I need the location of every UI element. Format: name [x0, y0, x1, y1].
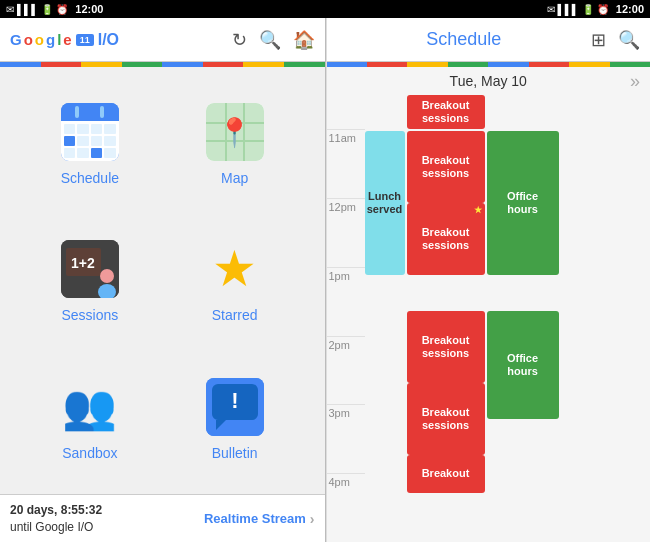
- event-label: Breakoutsessions: [422, 99, 470, 125]
- battery-icon-right: 🔋: [582, 4, 594, 15]
- right-topbar-icons: ⊞ 🔍: [591, 29, 640, 51]
- app-sessions[interactable]: 1+2 Sessions: [20, 214, 160, 346]
- search-icon-left[interactable]: 🔍: [259, 29, 281, 51]
- realtime-arrow-icon: ›: [310, 511, 315, 527]
- schedule-label: Schedule: [61, 170, 119, 186]
- event-breakout-4[interactable]: Breakoutsessions: [407, 311, 485, 383]
- event-label: Breakoutsessions: [422, 154, 470, 180]
- event-label: Breakout: [422, 467, 470, 480]
- time-slot-before: [327, 95, 365, 129]
- date-header: Tue, May 10: [450, 73, 527, 89]
- event-breakout-3[interactable]: Breakoutsessions: [407, 203, 485, 275]
- app-bulletin[interactable]: ! Bulletin: [165, 352, 305, 484]
- clock-icon-right: ⏰: [597, 4, 609, 15]
- svg-point-8: [100, 269, 114, 283]
- signal-icon-right: ▌▌▌: [558, 4, 579, 15]
- time-slot-4pm: 4pm: [327, 473, 365, 542]
- app-logo: G o o g l e 11 I/O: [10, 31, 119, 49]
- svg-text:1+2: 1+2: [71, 255, 95, 271]
- event-breakout-5[interactable]: Breakoutsessions: [407, 383, 485, 455]
- event-office-2[interactable]: Officehours: [487, 311, 559, 419]
- time-slot-2pm: 2pm: [327, 336, 365, 405]
- realtime-stream-button[interactable]: Realtime Stream ›: [204, 511, 315, 527]
- event-breakout-1[interactable]: Breakoutsessions: [407, 95, 485, 129]
- io-badge: 11: [76, 34, 94, 46]
- refresh-icon[interactable]: ↻: [232, 29, 247, 51]
- sandbox-icon: 👥: [62, 381, 117, 433]
- bulletin-icon: !: [206, 378, 264, 436]
- event-office-1[interactable]: Officehours: [487, 131, 559, 275]
- app-sandbox[interactable]: 👥 Sandbox: [20, 352, 160, 484]
- schedule-title: Schedule: [337, 29, 592, 50]
- home-icon[interactable]: 🏠: [293, 29, 315, 51]
- starred-label: Starred: [212, 307, 258, 323]
- time-slot-12pm: 12pm: [327, 198, 365, 267]
- status-bar-right: ✉ ▌▌▌ 🔋 ⏰ 12:00: [325, 3, 644, 15]
- events-area: Breakoutsessions Lunchserved Breakoutses…: [365, 95, 651, 542]
- time-left: 12:00: [75, 3, 103, 15]
- io-text: I/O: [98, 31, 119, 49]
- signal-icon-left: ▌▌▌: [17, 4, 38, 15]
- event-label: Breakoutsessions: [422, 406, 470, 432]
- time-column: 11am 12pm 1pm 2pm 3pm 4pm: [327, 95, 365, 542]
- time-slot-3pm: 3pm: [327, 404, 365, 473]
- status-bar-left: ✉ ▌▌▌ 🔋 ⏰ 12:00: [6, 3, 325, 15]
- battery-icon-left: 🔋: [41, 4, 53, 15]
- star-icon: ★: [212, 240, 257, 298]
- time-slot-11am: 11am: [327, 129, 365, 198]
- next-day-icon[interactable]: »: [630, 71, 640, 92]
- svg-text:!: !: [231, 388, 238, 413]
- event-label: Breakoutsessions: [422, 226, 470, 252]
- time-right: 12:00: [616, 3, 644, 15]
- map-label: Map: [221, 170, 248, 186]
- countdown-line2: until Google I/O: [10, 519, 102, 536]
- event-label: Officehours: [507, 352, 538, 378]
- event-label: Lunchserved: [367, 190, 402, 216]
- sandbox-label: Sandbox: [62, 445, 117, 461]
- countdown: 20 days, 8:55:32 until Google I/O: [10, 502, 102, 536]
- realtime-stream-label: Realtime Stream: [204, 511, 306, 526]
- search-icon-right[interactable]: 🔍: [618, 29, 640, 51]
- notification-icon-right: ✉: [547, 4, 555, 15]
- clock-icon-left: ⏰: [56, 4, 68, 15]
- app-grid: Schedule 📍: [0, 67, 325, 494]
- event-lunch[interactable]: Lunchserved: [365, 131, 405, 275]
- app-map[interactable]: 📍 Map: [165, 77, 305, 209]
- app-starred[interactable]: ★ Starred: [165, 214, 305, 346]
- bulletin-label: Bulletin: [212, 445, 258, 461]
- countdown-line1: 20 days, 8:55:32: [10, 502, 102, 519]
- event-breakout-2[interactable]: Breakoutsessions: [407, 131, 485, 203]
- event-label: Breakoutsessions: [422, 334, 470, 360]
- grid-icon[interactable]: ⊞: [591, 29, 606, 51]
- sessions-label: Sessions: [61, 307, 118, 323]
- event-breakout-6[interactable]: Breakout: [407, 455, 485, 493]
- notification-icon-left: ✉: [6, 4, 14, 15]
- event-label: Officehours: [507, 190, 538, 216]
- time-slot-1pm: 1pm: [327, 267, 365, 336]
- app-schedule[interactable]: Schedule: [20, 77, 160, 209]
- map-pin-icon: 📍: [217, 116, 252, 149]
